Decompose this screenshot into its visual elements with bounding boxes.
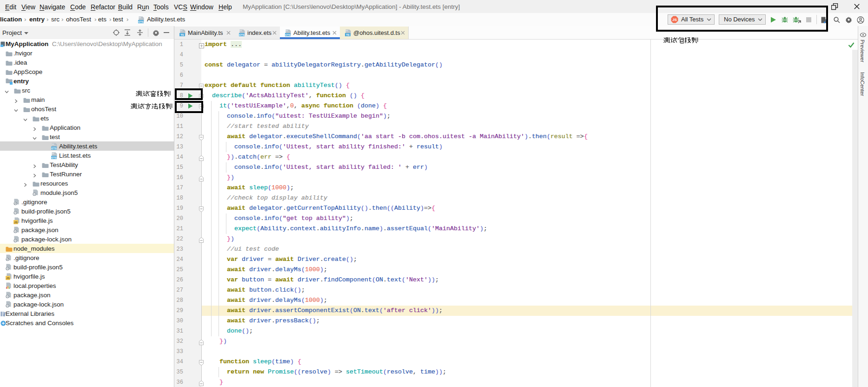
svg-text:ETS: ETS [285, 33, 291, 36]
svg-text:ETS: ETS [52, 156, 57, 159]
svg-text:JS: JS [6, 277, 9, 280]
svg-text:ETS: ETS [239, 33, 245, 36]
svg-text:JS: JS [14, 221, 17, 224]
svg-text:TS: TS [180, 33, 184, 36]
svg-text:TS: TS [346, 33, 349, 36]
svg-text:ETS: ETS [139, 20, 144, 23]
svg-text:ETS: ETS [52, 147, 57, 150]
